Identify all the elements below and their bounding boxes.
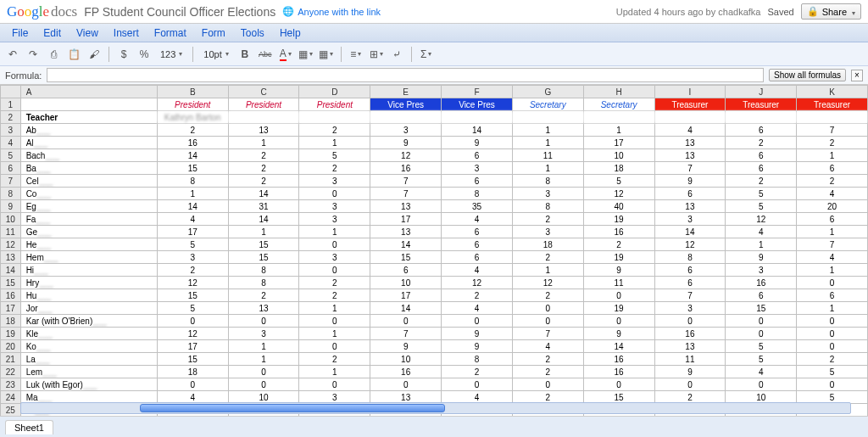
data-cell[interactable]: 15 xyxy=(228,251,299,264)
clipboard-icon[interactable]: 📋 xyxy=(66,47,81,62)
data-cell[interactable]: 14 xyxy=(654,226,726,238)
data-cell[interactable]: 17 xyxy=(583,137,654,149)
data-cell[interactable]: 2 xyxy=(299,353,370,366)
number-format-select[interactable]: 123 xyxy=(157,49,186,59)
bold-button[interactable]: B xyxy=(237,47,253,62)
data-cell[interactable]: 0 xyxy=(370,378,442,391)
menu-form[interactable]: Form xyxy=(195,25,232,40)
data-cell[interactable]: 4 xyxy=(726,226,797,238)
teacher-name-cell[interactable]: Co___ xyxy=(20,188,157,200)
menu-help[interactable]: Help xyxy=(273,25,308,40)
align-button[interactable]: ≡ xyxy=(348,47,364,62)
column-header[interactable]: F xyxy=(442,86,513,98)
data-cell[interactable]: 0 xyxy=(654,315,726,328)
data-cell[interactable]: 1 xyxy=(512,264,583,277)
data-cell[interactable]: 0 xyxy=(370,315,442,328)
row-header[interactable]: 13 xyxy=(1,251,21,264)
teacher-name-cell[interactable]: Kle___ xyxy=(20,328,157,340)
data-cell[interactable]: 0 xyxy=(299,340,370,353)
data-cell[interactable]: 8 xyxy=(654,251,726,264)
data-cell[interactable]: 13 xyxy=(370,226,442,238)
data-cell[interactable]: 5 xyxy=(797,366,868,378)
data-cell[interactable]: 19 xyxy=(583,251,654,264)
data-cell[interactable]: 9 xyxy=(583,328,654,340)
data-cell[interactable]: 12 xyxy=(157,328,228,340)
data-cell[interactable]: 6 xyxy=(370,264,442,277)
data-cell[interactable]: 7 xyxy=(797,124,868,137)
name-cell[interactable]: Kathryn Barton xyxy=(157,111,228,124)
data-cell[interactable]: 6 xyxy=(797,162,868,175)
data-cell[interactable]: 14 xyxy=(157,200,228,213)
data-cell[interactable]: 7 xyxy=(654,162,726,175)
column-header[interactable]: A xyxy=(20,86,157,98)
data-cell[interactable]: 4 xyxy=(726,366,797,378)
teacher-name-cell[interactable]: Bach___ xyxy=(20,149,157,162)
data-cell[interactable]: 5 xyxy=(726,200,797,213)
data-cell[interactable]: 3 xyxy=(299,200,370,213)
data-cell[interactable]: 3 xyxy=(370,124,442,137)
data-cell[interactable]: 1 xyxy=(726,238,797,251)
data-cell[interactable]: 3 xyxy=(299,213,370,226)
data-cell[interactable]: 16 xyxy=(157,137,228,149)
data-cell[interactable]: 0 xyxy=(583,289,654,302)
row-header[interactable]: 6 xyxy=(1,162,21,175)
data-cell[interactable]: 6 xyxy=(726,124,797,137)
data-cell[interactable]: 18 xyxy=(157,366,228,378)
data-cell[interactable]: 18 xyxy=(512,238,583,251)
data-cell[interactable]: 2 xyxy=(797,137,868,149)
data-cell[interactable]: 7 xyxy=(797,238,868,251)
data-cell[interactable]: 3 xyxy=(299,251,370,264)
data-cell[interactable]: 3 xyxy=(228,328,299,340)
data-cell[interactable]: 3 xyxy=(726,264,797,277)
name-cell[interactable] xyxy=(797,111,868,124)
data-cell[interactable]: 1 xyxy=(797,226,868,238)
show-all-formulas-button[interactable]: Show all formulas xyxy=(769,69,846,81)
data-cell[interactable]: 0 xyxy=(583,315,654,328)
data-cell[interactable]: 2 xyxy=(299,289,370,302)
row-header[interactable]: 18 xyxy=(1,315,21,328)
data-cell[interactable]: 15 xyxy=(157,162,228,175)
close-icon[interactable]: × xyxy=(851,70,863,81)
data-cell[interactable]: 16 xyxy=(370,162,442,175)
data-cell[interactable]: 4 xyxy=(797,251,868,264)
data-cell[interactable]: 12 xyxy=(583,188,654,200)
teacher-name-cell[interactable]: Hem___ xyxy=(20,251,157,264)
data-cell[interactable]: 14 xyxy=(370,302,442,315)
data-cell[interactable]: 40 xyxy=(583,200,654,213)
column-header[interactable]: I xyxy=(654,86,726,98)
data-cell[interactable]: 16 xyxy=(583,353,654,366)
row-header[interactable]: 22 xyxy=(1,366,21,378)
data-cell[interactable]: 0 xyxy=(726,315,797,328)
data-cell[interactable]: 2 xyxy=(512,366,583,378)
data-cell[interactable]: 12 xyxy=(654,238,726,251)
row-header[interactable]: 21 xyxy=(1,353,21,366)
data-cell[interactable]: 4 xyxy=(442,264,513,277)
teacher-name-cell[interactable]: Fa___ xyxy=(20,213,157,226)
data-cell[interactable]: 7 xyxy=(654,289,726,302)
data-cell[interactable]: 6 xyxy=(726,162,797,175)
data-cell[interactable]: 19 xyxy=(583,213,654,226)
data-cell[interactable]: 6 xyxy=(797,213,868,226)
data-cell[interactable]: 1 xyxy=(228,137,299,149)
data-cell[interactable]: 10 xyxy=(370,277,442,289)
data-cell[interactable]: 0 xyxy=(797,315,868,328)
menu-edit[interactable]: Edit xyxy=(36,25,68,40)
data-cell[interactable]: 19 xyxy=(583,302,654,315)
header-cell[interactable]: Secretary xyxy=(512,98,583,111)
data-cell[interactable]: 12 xyxy=(157,277,228,289)
data-cell[interactable]: 1 xyxy=(228,353,299,366)
data-cell[interactable]: 0 xyxy=(512,302,583,315)
teacher-name-cell[interactable]: Hu___ xyxy=(20,289,157,302)
header-cell[interactable]: Treasurer xyxy=(726,98,797,111)
horizontal-scrollbar[interactable] xyxy=(20,402,851,414)
data-cell[interactable]: 5 xyxy=(299,149,370,162)
data-cell[interactable]: 0 xyxy=(726,378,797,391)
link-access[interactable]: 🌐 Anyone with the link xyxy=(282,6,381,17)
data-cell[interactable]: 1 xyxy=(299,366,370,378)
data-cell[interactable]: 0 xyxy=(299,188,370,200)
data-cell[interactable]: 0 xyxy=(726,328,797,340)
header-cell[interactable]: President xyxy=(157,98,228,111)
data-cell[interactable]: 15 xyxy=(157,289,228,302)
share-button[interactable]: 🔒 Share xyxy=(801,3,861,20)
data-cell[interactable]: 1 xyxy=(299,226,370,238)
